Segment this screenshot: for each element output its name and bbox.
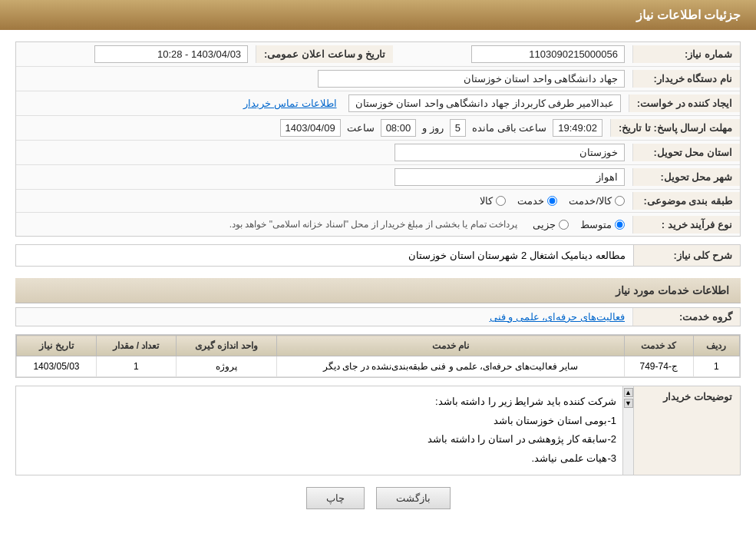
time-label: ساعت (347, 122, 375, 134)
buyer-notes-text: شرکت کننده باید شرایط زیر را داشته باشد:… (16, 386, 622, 475)
deadline-days: 5 (450, 119, 466, 137)
buyer-notes-container: توضیحات خریدار ▲ ▼ شرکت کننده باید شرایط… (15, 386, 741, 475)
back-button[interactable]: بازگشت (376, 487, 451, 509)
need-number-box: 1103090215000056 (471, 45, 625, 63)
row-city: شهر محل تحویل: اهواز (16, 165, 740, 190)
row-org-name: نام دستگاه خریدار: جهاد دانشگاهی واحد اس… (16, 67, 740, 91)
day-label: روز و (422, 122, 444, 134)
scrollbar-area: ▲ ▼ (622, 386, 633, 475)
service-group-label: گروه خدمت: (632, 308, 740, 326)
province-value: خوزستان (16, 141, 632, 164)
deadline-time: 08:00 (381, 119, 417, 137)
cell-quantity: 1 (96, 356, 176, 377)
col-header-code: کد خدمت (624, 336, 693, 356)
category-kala-khidmat: کالا/خدمت (569, 195, 625, 207)
category-radio-kala[interactable] (496, 196, 506, 206)
buyer-notes-label: توضیحات خریدار (633, 386, 741, 475)
need-number-label: شماره نیاز: (632, 45, 740, 63)
announce-box: 1403/04/03 - 10:28 (94, 45, 248, 63)
category-radio-khidmat[interactable] (547, 196, 557, 206)
cell-row: 1 (693, 356, 739, 377)
buyer-notes-line: شرکت کننده باید شرایط زیر را داشته باشد: (22, 393, 616, 412)
purchase-note: پرداخت تمام یا بخشی از مبلغ خریدار از مح… (229, 219, 517, 230)
main-info-section: شماره نیاز: 1103090215000056 تاریخ و ساع… (15, 41, 741, 237)
org-name-value: جهاد دانشگاهی واحد استان خوزستان (16, 67, 632, 91)
col-header-name: نام خدمت (277, 336, 624, 356)
creator-label: ایجاد کننده در خواست: (629, 94, 740, 112)
announce-label: تاریخ و ساعت اعلان عمومی: (256, 45, 393, 63)
need-desc-container: شرح کلی نیاز: مطالعه دینامیک اشتغال 2 شه… (15, 244, 741, 267)
province-box: خوزستان (395, 144, 625, 161)
purchase-mutawaset: متوسط (580, 219, 625, 230)
col-header-unit: واحد اندازه گیری (176, 336, 277, 356)
purchase-type-value: متوسط جزیی پرداخت تمام یا بخشی از مبلغ خ… (16, 216, 632, 234)
category-khidmat-label: خدمت (517, 195, 544, 207)
org-name-label: نام دستگاه خریدار: (632, 70, 740, 88)
page-header: جزئیات اطلاعات نیاز (0, 0, 756, 30)
deadline-remaining-time: 19:49:02 (553, 119, 602, 137)
cell-name: سایر فعالیت‌های حرفه‌ای، علمی و فنی طبقه… (277, 356, 624, 377)
service-group-value: فعالیت‌های حرفه‌ای، علمی و فنی (16, 308, 632, 326)
city-box: اهواز (395, 168, 625, 186)
scroll-up-btn[interactable]: ▲ (624, 388, 633, 397)
need-desc-label: شرح کلی نیاز: (633, 244, 741, 267)
purchase-jozei: جزیی (533, 219, 569, 230)
col-header-date: تاریخ نیاز (17, 336, 97, 356)
buyer-notes-line: 2-سابقه کار پژوهشی در استان را داشته باش… (22, 430, 616, 449)
province-label: استان محل تحویل: (632, 144, 740, 161)
need-number-value: 1103090215000056 (393, 42, 632, 66)
category-radio-kala-khidmat[interactable] (615, 196, 625, 206)
category-kala: کالا (480, 195, 506, 207)
category-khidmat: خدمت (517, 195, 557, 207)
row-creator: ایجاد کننده در خواست: عبدالامیر طرفی کار… (16, 91, 740, 116)
creator-value: عبدالامیر طرفی کاربرداز جهاد دانشگاهی وا… (16, 91, 629, 115)
city-value: اهواز (16, 165, 632, 189)
row-province: استان محل تحویل: خوزستان (16, 141, 740, 165)
scroll-down-btn[interactable]: ▼ (624, 399, 633, 408)
cell-unit: پروژه (176, 356, 277, 377)
buyer-notes-line: 1-بومی استان خوزستان باشد (22, 412, 616, 431)
city-label: شهر محل تحویل: (632, 168, 740, 186)
action-buttons: بازگشت چاپ (15, 487, 741, 521)
services-table: ردیف کد خدمت نام خدمت واحد اندازه گیری ت… (16, 335, 740, 377)
row-deadline: مهلت ارسال پاسخ: تا تاریخ: 19:49:02 ساعت… (16, 116, 740, 141)
purchase-radio-mutawaset[interactable] (615, 220, 625, 230)
category-label: طبقه بندی موضوعی: (632, 192, 740, 210)
buyer-notes-content-wrapper: ▲ ▼ شرکت کننده باید شرایط زیر را داشته ب… (15, 386, 633, 475)
row-category: طبقه بندی موضوعی: کالا/خدمت خدمت (16, 190, 740, 213)
row-need-number: شماره نیاز: 1103090215000056 تاریخ و ساع… (16, 42, 740, 67)
services-table-container: ردیف کد خدمت نام خدمت واحد اندازه گیری ت… (15, 334, 741, 378)
category-kala-khidmat-label: کالا/خدمت (569, 195, 612, 207)
col-header-quantity: تعداد / مقدار (96, 336, 176, 356)
row-purchase-type: نوع فرآیند خرید : متوسط جزیی (16, 213, 740, 236)
purchase-jozei-label: جزیی (533, 219, 556, 230)
services-section-title: اطلاعات خدمات مورد نیاز (15, 278, 741, 303)
category-options: کالا/خدمت خدمت کالا (16, 192, 632, 210)
service-group-row: گروه خدمت: فعالیت‌های حرفه‌ای، علمی و فن… (15, 307, 741, 326)
need-desc-text: مطالعه دینامیک اشتغال 2 شهرستان استان خو… (408, 250, 626, 261)
purchase-mutawaset-label: متوسط (580, 219, 612, 230)
cell-date: 1403/05/03 (17, 356, 97, 377)
creator-box: عبدالامیر طرفی کاربرداز جهاد دانشگاهی وا… (348, 94, 621, 112)
org-name-box: جهاد دانشگاهی واحد استان خوزستان (318, 70, 625, 88)
buyer-notes-line: 3-هیات علمی نیاشد. (22, 449, 616, 469)
contact-link[interactable]: اطلاعات تماس خریدار (243, 98, 336, 109)
print-button[interactable]: چاپ (306, 487, 365, 509)
table-header-row: ردیف کد خدمت نام خدمت واحد اندازه گیری ت… (17, 336, 740, 356)
cell-code: ج-74-749 (624, 356, 693, 377)
purchase-type-label: نوع فرآیند خرید : (632, 216, 740, 234)
table-row: 1 ج-74-749 سایر فعالیت‌های حرفه‌ای، علمی… (17, 356, 740, 377)
remaining-label: ساعت باقی مانده (472, 122, 546, 134)
purchase-radio-jozei[interactable] (559, 220, 569, 230)
page-title: جزئیات اطلاعات نیاز (636, 8, 741, 22)
deadline-label: مهلت ارسال پاسخ: تا تاریخ: (610, 119, 740, 137)
need-desc-value: مطالعه دینامیک اشتغال 2 شهرستان استان خو… (15, 244, 633, 267)
category-kala-label: کالا (480, 195, 493, 207)
deadline-value: 19:49:02 ساعت باقی مانده 5 روز و 08:00 س… (16, 116, 610, 140)
announce-value: 1403/04/03 - 10:28 (16, 42, 256, 66)
service-group-link[interactable]: فعالیت‌های حرفه‌ای، علمی و فنی (490, 311, 625, 323)
col-header-row: ردیف (693, 336, 739, 356)
deadline-date: 1403/04/09 (280, 119, 341, 137)
